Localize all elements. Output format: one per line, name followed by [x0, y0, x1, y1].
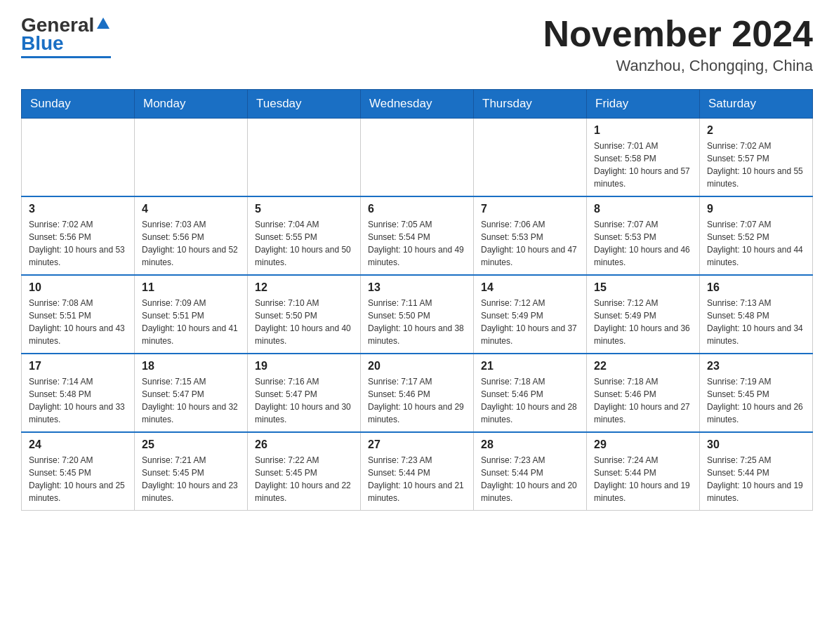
- day-number: 12: [255, 281, 353, 294]
- day-info: Sunrise: 7:12 AMSunset: 5:49 PMDaylight:…: [481, 297, 579, 347]
- day-number: 3: [29, 203, 127, 215]
- day-info: Sunrise: 7:10 AMSunset: 5:50 PMDaylight:…: [255, 297, 353, 347]
- day-info: Sunrise: 7:12 AMSunset: 5:49 PMDaylight:…: [594, 297, 692, 347]
- day-info: Sunrise: 7:01 AMSunset: 5:58 PMDaylight:…: [594, 140, 692, 190]
- calendar-cell: 24Sunrise: 7:20 AMSunset: 5:45 PMDayligh…: [22, 432, 135, 511]
- calendar-cell: 7Sunrise: 7:06 AMSunset: 5:53 PMDaylight…: [474, 196, 587, 275]
- day-info: Sunrise: 7:06 AMSunset: 5:53 PMDaylight:…: [481, 218, 579, 269]
- logo-triangle-icon: [95, 16, 111, 32]
- calendar-table: SundayMondayTuesdayWednesdayThursdayFrid…: [21, 89, 813, 511]
- day-number: 28: [481, 438, 579, 451]
- calendar-cell: 13Sunrise: 7:11 AMSunset: 5:50 PMDayligh…: [361, 275, 474, 354]
- calendar-cell: [361, 119, 474, 197]
- day-number: 7: [481, 203, 579, 215]
- logo-underline: [21, 56, 111, 58]
- calendar-cell: 5Sunrise: 7:04 AMSunset: 5:55 PMDaylight…: [248, 196, 361, 275]
- calendar-cell: 25Sunrise: 7:21 AMSunset: 5:45 PMDayligh…: [135, 432, 248, 511]
- day-number: 30: [707, 438, 805, 451]
- day-number: 15: [594, 281, 692, 294]
- calendar-cell: 10Sunrise: 7:08 AMSunset: 5:51 PMDayligh…: [22, 275, 135, 354]
- day-info: Sunrise: 7:22 AMSunset: 5:45 PMDaylight:…: [255, 454, 353, 504]
- day-number: 1: [594, 124, 692, 137]
- day-info: Sunrise: 7:24 AMSunset: 5:44 PMDaylight:…: [594, 454, 692, 504]
- calendar-cell: 8Sunrise: 7:07 AMSunset: 5:53 PMDaylight…: [587, 196, 700, 275]
- day-number: 13: [368, 281, 466, 294]
- calendar-cell: [135, 119, 248, 197]
- day-info: Sunrise: 7:15 AMSunset: 5:47 PMDaylight:…: [142, 375, 240, 426]
- calendar-header-row: SundayMondayTuesdayWednesdayThursdayFrid…: [22, 90, 813, 119]
- calendar-cell: 1Sunrise: 7:01 AMSunset: 5:58 PMDaylight…: [587, 119, 700, 197]
- location-subtitle: Wanzhou, Chongqing, China: [543, 57, 813, 75]
- day-number: 19: [255, 360, 353, 373]
- calendar-cell: 3Sunrise: 7:02 AMSunset: 5:56 PMDaylight…: [22, 196, 135, 275]
- column-header-friday: Friday: [587, 90, 700, 119]
- day-info: Sunrise: 7:08 AMSunset: 5:51 PMDaylight:…: [29, 297, 127, 347]
- calendar-cell: 6Sunrise: 7:05 AMSunset: 5:54 PMDaylight…: [361, 196, 474, 275]
- calendar-cell: 29Sunrise: 7:24 AMSunset: 5:44 PMDayligh…: [587, 432, 700, 511]
- calendar-cell: 14Sunrise: 7:12 AMSunset: 5:49 PMDayligh…: [474, 275, 587, 354]
- day-number: 26: [255, 438, 353, 451]
- day-number: 10: [29, 281, 127, 294]
- calendar-cell: 20Sunrise: 7:17 AMSunset: 5:46 PMDayligh…: [361, 354, 474, 432]
- day-number: 23: [707, 360, 805, 373]
- calendar-week-row: 24Sunrise: 7:20 AMSunset: 5:45 PMDayligh…: [22, 432, 813, 511]
- day-number: 20: [368, 360, 466, 373]
- day-number: 5: [255, 203, 353, 215]
- calendar-cell: [248, 119, 361, 197]
- logo-blue-text: Blue: [21, 32, 64, 55]
- day-number: 27: [368, 438, 466, 451]
- column-header-saturday: Saturday: [700, 90, 813, 119]
- calendar-week-row: 17Sunrise: 7:14 AMSunset: 5:48 PMDayligh…: [22, 354, 813, 432]
- logo: General Blue: [21, 14, 111, 58]
- calendar-cell: 23Sunrise: 7:19 AMSunset: 5:45 PMDayligh…: [700, 354, 813, 432]
- page-header: General Blue November 2024 Wanzhou, Chon…: [21, 14, 813, 75]
- day-number: 2: [707, 124, 805, 137]
- calendar-cell: 30Sunrise: 7:25 AMSunset: 5:44 PMDayligh…: [700, 432, 813, 511]
- day-info: Sunrise: 7:11 AMSunset: 5:50 PMDaylight:…: [368, 297, 466, 347]
- column-header-sunday: Sunday: [22, 90, 135, 119]
- day-info: Sunrise: 7:25 AMSunset: 5:44 PMDaylight:…: [707, 454, 805, 504]
- day-info: Sunrise: 7:16 AMSunset: 5:47 PMDaylight:…: [255, 375, 353, 426]
- day-number: 11: [142, 281, 240, 294]
- day-number: 16: [707, 281, 805, 294]
- day-number: 21: [481, 360, 579, 373]
- column-header-wednesday: Wednesday: [361, 90, 474, 119]
- day-info: Sunrise: 7:02 AMSunset: 5:56 PMDaylight:…: [29, 218, 127, 269]
- calendar-cell: 12Sunrise: 7:10 AMSunset: 5:50 PMDayligh…: [248, 275, 361, 354]
- day-number: 4: [142, 203, 240, 215]
- day-info: Sunrise: 7:17 AMSunset: 5:46 PMDaylight:…: [368, 375, 466, 426]
- calendar-cell: 16Sunrise: 7:13 AMSunset: 5:48 PMDayligh…: [700, 275, 813, 354]
- day-number: 24: [29, 438, 127, 451]
- day-info: Sunrise: 7:07 AMSunset: 5:53 PMDaylight:…: [594, 218, 692, 269]
- day-info: Sunrise: 7:14 AMSunset: 5:48 PMDaylight:…: [29, 375, 127, 426]
- day-info: Sunrise: 7:03 AMSunset: 5:56 PMDaylight:…: [142, 218, 240, 269]
- column-header-tuesday: Tuesday: [248, 90, 361, 119]
- svg-marker-0: [97, 18, 110, 29]
- day-info: Sunrise: 7:09 AMSunset: 5:51 PMDaylight:…: [142, 297, 240, 347]
- calendar-cell: 18Sunrise: 7:15 AMSunset: 5:47 PMDayligh…: [135, 354, 248, 432]
- column-header-monday: Monday: [135, 90, 248, 119]
- calendar-cell: [22, 119, 135, 197]
- day-number: 18: [142, 360, 240, 373]
- column-header-thursday: Thursday: [474, 90, 587, 119]
- day-number: 6: [368, 203, 466, 215]
- calendar-cell: 2Sunrise: 7:02 AMSunset: 5:57 PMDaylight…: [700, 119, 813, 197]
- calendar-cell: 19Sunrise: 7:16 AMSunset: 5:47 PMDayligh…: [248, 354, 361, 432]
- day-info: Sunrise: 7:23 AMSunset: 5:44 PMDaylight:…: [481, 454, 579, 504]
- day-info: Sunrise: 7:02 AMSunset: 5:57 PMDaylight:…: [707, 140, 805, 190]
- title-area: November 2024 Wanzhou, Chongqing, China: [543, 14, 813, 75]
- day-number: 9: [707, 203, 805, 215]
- calendar-cell: 9Sunrise: 7:07 AMSunset: 5:52 PMDaylight…: [700, 196, 813, 275]
- day-number: 17: [29, 360, 127, 373]
- day-number: 8: [594, 203, 692, 215]
- calendar-cell: 4Sunrise: 7:03 AMSunset: 5:56 PMDaylight…: [135, 196, 248, 275]
- calendar-cell: 22Sunrise: 7:18 AMSunset: 5:46 PMDayligh…: [587, 354, 700, 432]
- calendar-cell: [474, 119, 587, 197]
- day-info: Sunrise: 7:21 AMSunset: 5:45 PMDaylight:…: [142, 454, 240, 504]
- day-info: Sunrise: 7:18 AMSunset: 5:46 PMDaylight:…: [594, 375, 692, 426]
- calendar-cell: 11Sunrise: 7:09 AMSunset: 5:51 PMDayligh…: [135, 275, 248, 354]
- calendar-cell: 26Sunrise: 7:22 AMSunset: 5:45 PMDayligh…: [248, 432, 361, 511]
- calendar-cell: 27Sunrise: 7:23 AMSunset: 5:44 PMDayligh…: [361, 432, 474, 511]
- month-title: November 2024: [543, 14, 813, 54]
- day-info: Sunrise: 7:04 AMSunset: 5:55 PMDaylight:…: [255, 218, 353, 269]
